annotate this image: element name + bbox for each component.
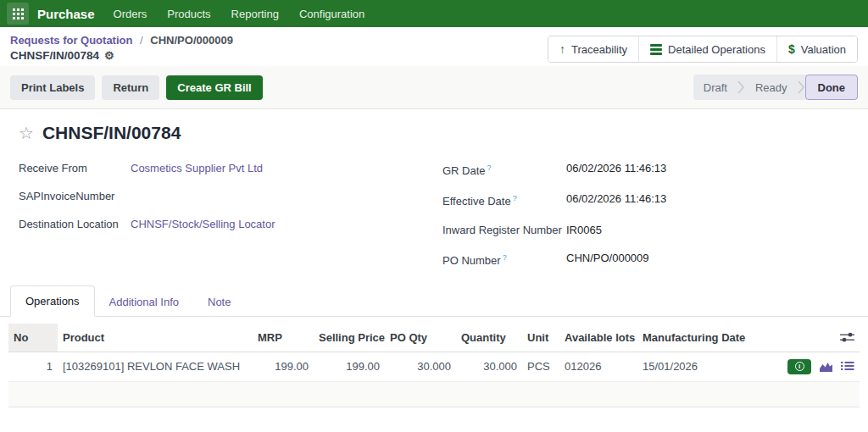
detailed-operations-label: Detailed Operations (668, 43, 765, 56)
menu-configuration[interactable]: Configuration (299, 8, 364, 20)
help-icon[interactable]: ? (503, 253, 507, 262)
form-sheet: ☆ CHNSF/IN/00784 Receive From Cosmetics … (0, 108, 868, 432)
gr-date-label: GR Date? (442, 160, 566, 179)
column-no: No (8, 324, 58, 352)
column-po-qty: PO Qty (385, 324, 456, 352)
status-pipeline: Draft Ready Done (693, 75, 858, 100)
breadcrumb-parent-link[interactable]: Requests for Quotation (10, 34, 132, 47)
destination-location-label: Destination Location (19, 216, 131, 232)
breadcrumb-separator: / (140, 34, 143, 47)
help-icon[interactable]: ? (487, 163, 492, 172)
cell-available-lots[interactable]: 012026 (559, 352, 637, 381)
arrow-up-icon: ↑ (559, 42, 565, 56)
smart-button-group: ↑ Traceability Detailed Operations $ Val… (548, 36, 858, 63)
inward-register-number-label: Inward Register Number (442, 222, 566, 238)
stage-draft[interactable]: Draft (693, 75, 737, 100)
create-gr-bill-button[interactable]: Create GR Bill (166, 75, 262, 100)
print-labels-button[interactable]: Print Labels (10, 75, 95, 100)
app-name[interactable]: Purchase (37, 7, 95, 21)
apps-grid-icon (13, 8, 24, 19)
destination-location-value[interactable]: CHNSF/Stock/Selling Locator (131, 216, 275, 232)
cell-manufacturing-date[interactable]: 15/01/2026 (637, 352, 746, 381)
help-icon[interactable]: ? (513, 194, 517, 202)
cell-quantity[interactable]: 30.000 (456, 352, 522, 381)
receive-from-value[interactable]: Cosmetics Supplier Pvt Ltd (131, 160, 263, 176)
optional-columns-icon[interactable] (840, 331, 854, 343)
field-effective-date: Effective Date? 06/02/2026 11:46:13 (442, 191, 868, 209)
menu-products[interactable]: Products (167, 8, 210, 20)
cell-mrp[interactable]: 199.00 (253, 352, 314, 381)
notebook-tabs: Operations Additional Info Note (0, 285, 868, 317)
field-grid: Receive From Cosmetics Supplier Pvt Ltd … (0, 143, 868, 280)
stage-done[interactable]: Done (805, 75, 859, 100)
empty-row-area[interactable] (8, 382, 860, 407)
po-number-value[interactable]: CHN/PO/000009 (566, 250, 649, 269)
tab-note[interactable]: Note (193, 287, 245, 317)
traceability-label: Traceability (571, 43, 627, 56)
field-po-number: PO Number? CHN/PO/000009 (442, 250, 868, 269)
top-navbar: Purchase Orders Products Reporting Confi… (0, 0, 868, 27)
breadcrumb-current[interactable]: CHN/PO/000009 (150, 34, 233, 47)
cell-selling-price[interactable]: 199.00 (314, 352, 385, 381)
tab-additional-info[interactable]: Additional Info (95, 287, 193, 317)
menu-orders[interactable]: Orders (114, 8, 147, 20)
field-destination-location: Destination Location CHNSF/Stock/Selling… (19, 216, 442, 232)
bars-icon (650, 44, 662, 55)
column-manufacturing-date: Manufacturing Date (637, 324, 746, 352)
traceability-button[interactable]: ↑ Traceability (548, 36, 638, 62)
cell-product[interactable]: [103269101] REVLON FACE WASH (58, 352, 253, 381)
field-receive-from: Receive From Cosmetics Supplier Pvt Ltd (19, 160, 442, 176)
field-inward-register-number: Inward Register Number IR0065 (442, 222, 868, 238)
field-gr-date: GR Date? 06/02/2026 11:46:13 (442, 160, 868, 179)
detailed-operations-button[interactable]: Detailed Operations (638, 36, 776, 62)
column-actions (746, 324, 831, 352)
table-row[interactable]: 1 [103269101] REVLON FACE WASH 199.00 19… (8, 352, 860, 381)
forecast-chart-icon[interactable] (819, 361, 833, 373)
column-available-lots: Available lots (559, 324, 637, 352)
operations-table: No Product MRP Selling Price PO Qty Quan… (8, 324, 860, 382)
lot-info-button[interactable]: i (787, 359, 811, 374)
favorite-star-icon[interactable]: ☆ (19, 124, 34, 142)
receive-from-label: Receive From (19, 160, 131, 176)
breadcrumb-record: CHNSF/IN/00784 (10, 48, 99, 64)
sap-invoice-number-label: SAPInvoiceNumber (19, 188, 131, 204)
effective-date-label: Effective Date? (442, 191, 566, 209)
dollar-icon: $ (788, 42, 795, 56)
detailed-list-icon[interactable] (841, 361, 854, 373)
cell-po-qty[interactable]: 30.000 (385, 352, 456, 381)
record-title: CHNSF/IN/00784 (42, 123, 181, 143)
stage-ready[interactable]: Ready (745, 75, 798, 100)
chevron-right-icon (737, 80, 745, 95)
column-mrp: MRP (253, 324, 314, 352)
column-unit: Unit (522, 324, 559, 352)
po-number-label: PO Number? (442, 250, 566, 269)
cell-no: 1 (8, 352, 58, 381)
gr-date-value[interactable]: 06/02/2026 11:46:13 (566, 160, 666, 179)
column-settings (831, 324, 860, 352)
field-sap-invoice-number: SAPInvoiceNumber (19, 188, 442, 204)
chevron-right-icon (798, 80, 805, 95)
info-icon: i (795, 362, 804, 371)
breadcrumb-bar: Requests for Quotation / CHN/PO/000009 C… (0, 27, 868, 66)
valuation-label: Valuation (801, 43, 846, 56)
cell-unit[interactable]: PCS (522, 352, 559, 381)
column-quantity: Quantity (456, 324, 522, 352)
control-panel: Print Labels Return Create GR Bill Draft… (0, 66, 868, 108)
column-product: Product (58, 324, 253, 352)
table-header-row: No Product MRP Selling Price PO Qty Quan… (8, 324, 860, 352)
tab-operations[interactable]: Operations (10, 285, 95, 317)
breadcrumb: Requests for Quotation / CHN/PO/000009 C… (10, 33, 233, 64)
apps-menu-button[interactable] (7, 3, 29, 25)
return-button[interactable]: Return (102, 75, 159, 100)
effective-date-value[interactable]: 06/02/2026 11:46:13 (566, 191, 666, 209)
valuation-button[interactable]: $ Valuation (776, 36, 857, 62)
column-selling-price: Selling Price (314, 324, 385, 352)
gear-icon[interactable]: ⚙ (104, 48, 114, 64)
inward-register-number-value[interactable]: IR0065 (566, 222, 602, 238)
menu-reporting[interactable]: Reporting (231, 8, 279, 20)
